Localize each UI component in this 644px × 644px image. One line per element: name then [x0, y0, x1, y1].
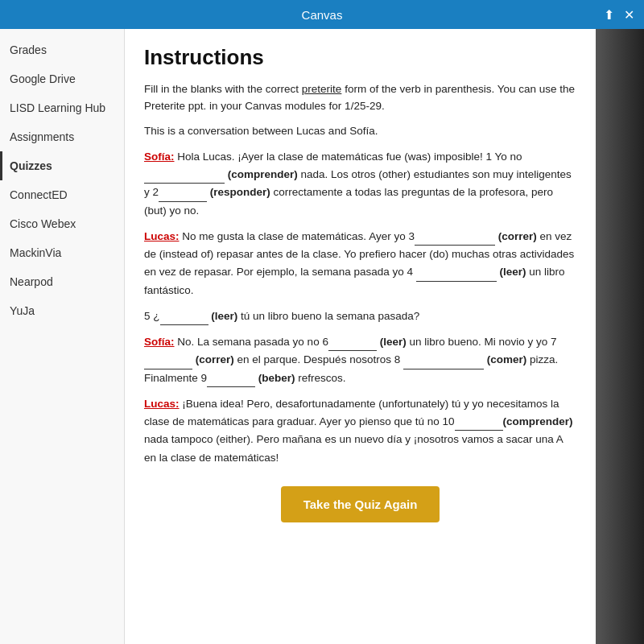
instructions-paragraph: Fill in the blanks with the correct pret…	[144, 81, 576, 115]
content-area: Instructions Fill in the blanks with the…	[125, 29, 596, 644]
sofia-paragraph-2: Sofía: No. La semana pasada yo no 6 (lee…	[144, 333, 576, 387]
sofia-paragraph-1: Sofía: Hola Lucas. ¡Ayer la clase de mat…	[144, 148, 576, 220]
sidebar-item-quizzes[interactable]: Quizzes	[0, 151, 124, 180]
top-bar: Canvas ⬆ ✕	[0, 0, 644, 29]
lucas-paragraph-1: Lucas: No me gusta la clase de matemátic…	[144, 228, 576, 299]
sidebar: Grades Google Drive LISD Learning Hub As…	[0, 29, 125, 644]
close-icon[interactable]: ✕	[624, 7, 634, 23]
preterite-word: preterite	[302, 83, 342, 95]
app-title: Canvas	[302, 8, 343, 22]
conversation-intro: This is a conversation between Lucas and…	[144, 123, 576, 140]
sidebar-item-connected[interactable]: ConnectED	[0, 180, 124, 209]
lucas-paragraph-2: Lucas: ¡Buena idea! Pero, desafortunadam…	[144, 395, 576, 467]
right-edge	[596, 29, 644, 644]
share-icon[interactable]: ⬆	[604, 7, 614, 23]
lucas-speaker-2: Lucas:	[144, 398, 180, 410]
quiz-button-container: Take the Quiz Again	[144, 486, 576, 522]
sidebar-item-nearpod[interactable]: Nearpod	[0, 267, 124, 296]
sidebar-item-google-drive[interactable]: Google Drive	[0, 64, 124, 93]
sidebar-item-assignments[interactable]: Assignments	[0, 122, 124, 151]
sidebar-item-lisd[interactable]: LISD Learning Hub	[0, 93, 124, 122]
sidebar-item-cisco[interactable]: Cisco Webex	[0, 209, 124, 238]
sidebar-item-grades[interactable]: Grades	[0, 35, 124, 64]
sidebar-item-mackinvia[interactable]: MackinVia	[0, 238, 124, 267]
sofia-speaker-1: Sofía:	[144, 151, 175, 163]
question-5: 5 ¿ (leer) tú un libro bueno la semana p…	[144, 308, 576, 325]
sofia-speaker-2: Sofía:	[144, 336, 175, 348]
sidebar-item-yuja[interactable]: YuJa	[0, 296, 124, 325]
lucas-speaker-1: Lucas:	[144, 230, 180, 242]
take-quiz-again-button[interactable]: Take the Quiz Again	[281, 486, 440, 522]
page-title: Instructions	[144, 45, 576, 70]
